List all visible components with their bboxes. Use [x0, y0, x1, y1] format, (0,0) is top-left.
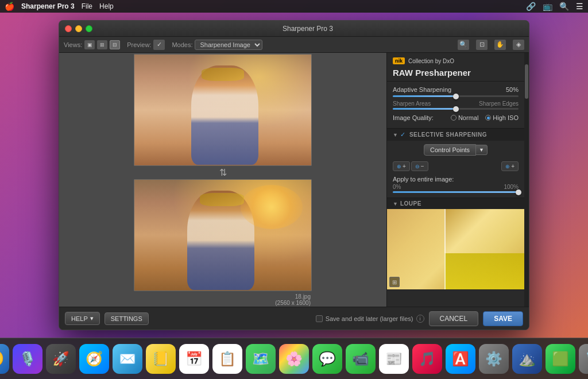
dock-finder[interactable]: 🙂	[0, 344, 9, 374]
photos-icon: 🌸	[285, 351, 303, 367]
view-single[interactable]: ▣	[84, 40, 95, 49]
zoom-out-btn[interactable]: 🔍	[458, 40, 469, 50]
dock-notes[interactable]: 📒	[146, 344, 176, 374]
normal-option[interactable]: Normal	[451, 114, 478, 121]
dock-messages[interactable]: 💬	[312, 344, 342, 374]
facetime-icon: 📹	[352, 351, 369, 367]
maximize-button[interactable]	[86, 25, 92, 32]
modes-select[interactable]: Sharpened Image	[195, 40, 262, 50]
title-bar: Sharpener Pro 3	[59, 21, 529, 37]
apply-slider-fill	[393, 191, 519, 193]
dock-maps[interactable]: 🗺️	[246, 344, 276, 374]
app-name: Sharpener Pro 3	[21, 2, 75, 10]
dock-music[interactable]: 🎵	[412, 344, 442, 374]
hand-btn[interactable]: ✋	[494, 40, 506, 50]
adaptive-sharpening-row: Adaptive Sharpening 50%	[393, 86, 519, 93]
window-title: Sharpener Pro 3	[92, 25, 523, 33]
news-icon: 📰	[385, 351, 403, 367]
dock-mail[interactable]: ✉️	[113, 344, 142, 374]
cp-buttons-row: ⊕ + ⊖ − ⊕ +	[387, 159, 524, 173]
dock-creative[interactable]: ⛰️	[512, 344, 542, 374]
add-icon: ⊕	[397, 164, 401, 169]
dock-facetime[interactable]: 📹	[346, 344, 376, 374]
toolbar: Views: ▣ ⊞ ⊟ Preview: ✓ Modes: Sharpened…	[59, 37, 529, 53]
control-points-dropdown[interactable]: ▼	[476, 145, 488, 155]
panel-header-top: nik Collection by DxO	[393, 57, 519, 64]
scrollbar-thumb[interactable]	[525, 64, 528, 99]
dock-calendar[interactable]: 📅	[179, 344, 209, 374]
control-points-button[interactable]: Control Points	[424, 144, 476, 156]
swap-icon[interactable]: ⇅	[219, 167, 227, 178]
preview-label: Preview:	[127, 41, 151, 48]
fit-btn[interactable]: ⊡	[476, 40, 488, 50]
menubar-icon-2[interactable]: 📺	[543, 2, 552, 11]
sharpen-slider-track[interactable]	[393, 108, 519, 110]
maps-icon: 🗺️	[252, 351, 269, 367]
preview-section: Preview: ✓	[127, 40, 165, 50]
high-iso-option[interactable]: High ISO	[485, 114, 519, 121]
duplicate-btn[interactable]: ⊕ +	[501, 161, 519, 171]
adaptive-slider-thumb[interactable]	[453, 94, 459, 99]
loupe-header[interactable]: ▼ LOUPE	[387, 198, 524, 209]
view-dual[interactable]: ⊟	[110, 40, 120, 49]
save-button[interactable]: SAVE	[483, 311, 523, 326]
dock-trash[interactable]: 🗑️	[579, 344, 588, 374]
loupe-image: ⊞	[387, 209, 524, 289]
app-window: Sharpener Pro 3 Views: ▣ ⊞ ⊟ Preview: ✓ …	[59, 20, 529, 330]
calendar-icon: 📅	[185, 351, 203, 367]
selective-sharpening-header[interactable]: ▼ ✓ SELECTIVE SHARPENING	[387, 129, 524, 141]
reminders-icon: 📋	[219, 351, 236, 367]
remove-label: −	[421, 163, 424, 169]
menubar-icon-1[interactable]: 🔗	[526, 2, 536, 11]
minimize-button[interactable]	[75, 25, 82, 32]
add-point-btn[interactable]: ⊕ +	[393, 161, 410, 171]
image-panel: ⇅ 18.jpg (2560 x 1600)	[59, 53, 386, 307]
dock-siri[interactable]: 🎙️	[13, 344, 42, 374]
apply-row: Apply to entire image: 0% 100%	[387, 173, 524, 198]
dock-photos[interactable]: 🌸	[279, 344, 309, 374]
dock-appstore[interactable]: 🅰️	[446, 344, 475, 374]
views-section: Views: ▣ ⊞ ⊟	[64, 40, 120, 49]
dock-safari[interactable]: 🧭	[79, 344, 109, 374]
dock-prefs[interactable]: ⚙️	[479, 344, 509, 374]
apply-slider-track[interactable]	[393, 191, 519, 193]
menubar-icon-3[interactable]: 🔍	[559, 2, 569, 11]
view-split[interactable]: ⊞	[97, 40, 107, 49]
dock-launchpad[interactable]: 🚀	[46, 344, 76, 374]
dock-reminders[interactable]: 📋	[212, 344, 242, 374]
right-panel: nik Collection by DxO RAW Presharpener A…	[386, 53, 524, 307]
high-iso-radio-dot[interactable]	[485, 115, 491, 121]
apply-slider-thumb[interactable]	[516, 190, 521, 195]
loupe-btn-toolbar[interactable]: ◈	[513, 40, 524, 50]
apply-label: Apply to entire image:	[393, 176, 519, 183]
loupe-nav-btn[interactable]: ⊞	[389, 277, 400, 287]
dock-nik[interactable]: 🟩	[546, 344, 575, 374]
preview-toggle[interactable]: ✓	[153, 40, 165, 50]
normal-radio-dot[interactable]	[451, 115, 457, 121]
remove-point-btn[interactable]: ⊖ −	[411, 161, 428, 171]
apple-menu[interactable]: 🍎	[5, 2, 14, 11]
settings-button[interactable]: SETTINGS	[105, 312, 149, 325]
loupe-section: ▼ LOUPE ⊞	[387, 198, 524, 290]
sharpen-areas-label: Sharpen Areas	[393, 100, 431, 107]
sharpen-slider-thumb[interactable]	[453, 106, 459, 112]
info-icon[interactable]: i	[416, 315, 424, 323]
sharpen-slider-fill	[393, 108, 456, 110]
bottom-bar: HELP ▾ SETTINGS Save and edit later (lar…	[59, 307, 529, 330]
menubar-icon-4[interactable]: ☰	[576, 2, 583, 11]
views-label: Views:	[64, 41, 82, 48]
dock-news[interactable]: 📰	[379, 344, 409, 374]
close-button[interactable]	[65, 25, 72, 32]
adaptive-sharpening-label: Adaptive Sharpening	[393, 86, 451, 93]
help-button[interactable]: HELP ▾	[65, 312, 100, 325]
cancel-button[interactable]: CANCEL	[429, 311, 479, 326]
save-later-checkbox[interactable]	[316, 315, 323, 322]
image-container: ⇅	[134, 54, 312, 291]
nik-badge: nik	[393, 57, 405, 64]
help-label: HELP	[71, 315, 88, 322]
adaptive-slider-track[interactable]	[393, 95, 519, 97]
help-menu[interactable]: Help	[99, 2, 114, 10]
selective-sharpening-section: ▼ ✓ SELECTIVE SHARPENING Control Points …	[387, 129, 524, 198]
file-menu[interactable]: File	[82, 2, 92, 10]
normal-label: Normal	[458, 114, 478, 121]
